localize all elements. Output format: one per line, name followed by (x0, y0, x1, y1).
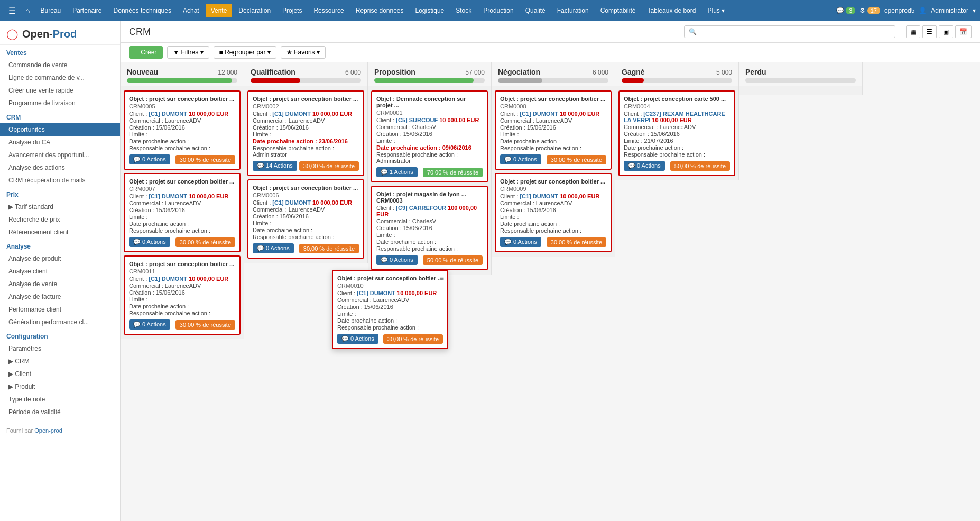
admin-dropdown-icon[interactable]: ▾ (973, 7, 976, 14)
fav-button[interactable]: ★ Favoris ▾ (281, 46, 326, 59)
sidebar-item-periode[interactable]: Période de validité (0, 406, 120, 418)
sidebar-item-analyse-produit[interactable]: Analyse de produit (0, 252, 120, 265)
kanban-card-crm0009[interactable]: Objet : projet sur conception boitier ..… (495, 173, 612, 252)
success-pct-button[interactable]: 30,00 % de réussite (175, 237, 235, 247)
tasks-badge: 17 (867, 7, 880, 14)
sidebar-item-crm-mails[interactable]: CRM récupération de mails (0, 174, 120, 187)
card-limit: Limite : (500, 131, 606, 138)
sidebar-item-analyse-vente[interactable]: Analyse de vente (0, 278, 120, 290)
nav-partenaire[interactable]: Partenaire (67, 4, 107, 17)
sidebar-item-vente-rapide[interactable]: Créer une vente rapide (0, 84, 120, 97)
success-pct-button[interactable]: 30,00 % de réussite (175, 155, 235, 164)
actions-button[interactable]: 💬 14 Actions (253, 161, 297, 171)
sidebar-item-programme[interactable]: Programme de livraison (0, 97, 120, 109)
nav-facturation[interactable]: Facturation (552, 4, 594, 17)
card-title: Objet : projet sur conception boitier ..… (253, 96, 359, 102)
nav-reprise[interactable]: Reprise données (350, 4, 409, 17)
search-input[interactable] (699, 28, 891, 35)
filter-button[interactable]: ▼ Filtres ▾ (167, 46, 209, 59)
kanban-card-crm0011[interactable]: Objet : projet sur conception boitier ..… (124, 255, 241, 335)
sidebar-item-parametres[interactable]: Paramètres (0, 342, 120, 355)
sidebar-item-type-note[interactable]: Type de note (0, 393, 120, 406)
sidebar-item-opportunites[interactable]: Opportunités (0, 123, 120, 136)
actions-button[interactable]: 💬 0 Actions (500, 154, 541, 164)
nav-stock[interactable]: Stock (450, 4, 477, 17)
sidebar-item-analyse-ca[interactable]: Analyse du CA (0, 136, 120, 149)
messages-icon[interactable]: 💬 3 (836, 7, 855, 14)
sidebar-item-performance-client[interactable]: Performance client (0, 303, 120, 316)
actions-button[interactable]: 💬 0 Actions (376, 255, 418, 265)
actions-button[interactable]: 💬 0 Actions (129, 154, 170, 164)
success-pct-button[interactable]: 30,00 % de réussite (299, 161, 359, 171)
floating-card-crm0010[interactable]: ≡ Objet : projet sur conception boitier … (332, 270, 448, 349)
sidebar-item-generation-perf[interactable]: Génération performance cl... (0, 316, 120, 328)
list-view-button[interactable]: ☰ (922, 25, 937, 38)
kanban-card-crm0007[interactable]: Objet : projet sur conception boitier ..… (124, 173, 241, 252)
sidebar-item-ligne[interactable]: Ligne de commande de v... (0, 71, 120, 84)
kanban-card-crm0006[interactable]: Objet : projet sur conception boitier ..… (247, 179, 364, 259)
nav-bureau[interactable]: Bureau (35, 4, 66, 17)
create-button[interactable]: + Créer (129, 46, 163, 59)
nav-production[interactable]: Production (478, 4, 519, 17)
actions-button[interactable]: 💬 0 Actions (624, 161, 665, 171)
success-pct-button[interactable]: 30,00 % de réussite (383, 334, 443, 344)
actions-button[interactable]: 💬 0 Actions (500, 237, 541, 247)
kanban-card-crm0005[interactable]: Objet : projet sur conception boitier ..… (124, 90, 241, 170)
success-pct-button[interactable]: 30,00 % de réussite (175, 320, 235, 330)
username-label[interactable]: openprod5 (884, 7, 914, 14)
card-next-action: Date prochaine action : (253, 227, 359, 233)
sidebar-item-commande[interactable]: Commande de vente (0, 59, 120, 71)
nav-donnees[interactable]: Données techniques (108, 4, 177, 17)
calendar-view-button[interactable]: 📅 (955, 25, 972, 38)
home-icon[interactable]: ⌂ (21, 4, 34, 17)
card-creation: Création : 15/06/2016 (376, 225, 483, 231)
sidebar-item-avancement[interactable]: Avancement des opportuni... (0, 149, 120, 161)
admin-label[interactable]: Administrator (931, 7, 968, 14)
nav-ressource[interactable]: Ressource (308, 4, 349, 17)
success-pct-button[interactable]: 30,00 % de réussite (547, 155, 606, 164)
sidebar-item-client-config[interactable]: ▶ Client (0, 368, 120, 380)
kanban-card-crm0004[interactable]: Objet : projet conception carte 500 ... … (618, 90, 735, 176)
sidebar-item-referencement[interactable]: Référencement client (0, 226, 120, 239)
tasks-icon[interactable]: ⚙ 17 (859, 7, 880, 14)
kanban-card-crm0008[interactable]: Objet : projet sur conception boitier ..… (495, 90, 612, 170)
sidebar-item-analyse-client[interactable]: Analyse client (0, 265, 120, 278)
sidebar-item-analyse-facture[interactable]: Analyse de facture (0, 290, 120, 303)
kanban-view-button[interactable]: ▦ (906, 25, 920, 38)
actions-button[interactable]: 💬 0 Actions (253, 243, 294, 253)
success-pct-button[interactable]: 50,00 % de réussite (423, 255, 483, 265)
actions-button[interactable]: 💬 0 Actions (129, 319, 170, 330)
nav-declaration[interactable]: Déclaration (233, 4, 276, 17)
nav-vente[interactable]: Vente (206, 4, 233, 17)
kanban-card-crm0001[interactable]: Objet : Demnade conception sur projet ..… (371, 90, 488, 182)
nav-logistique[interactable]: Logistique (410, 4, 450, 17)
nav-projets[interactable]: Projets (277, 4, 307, 17)
actions-button[interactable]: 💬 0 Actions (337, 334, 378, 344)
nav-plus[interactable]: Plus ▾ (702, 4, 730, 17)
kanban-card-crm0002[interactable]: Objet : projet sur conception boitier ..… (247, 90, 364, 176)
nav-comptabilite[interactable]: Comptabilité (595, 4, 641, 17)
sidebar-item-analyse-actions[interactable]: Analyse des actions (0, 161, 120, 174)
kanban-card-crm0003[interactable]: Objet : projet magasin de lyon ... CRM00… (371, 186, 488, 270)
success-pct-button[interactable]: 30,00 % de réussite (547, 237, 606, 247)
hamburger-icon[interactable]: ☰ (4, 4, 20, 18)
sidebar-item-tarif[interactable]: ▶ Tarif standard (0, 200, 120, 213)
success-pct-button[interactable]: 70,00 % de réussite (423, 168, 483, 177)
nav-tableaux[interactable]: Tableaux de bord (642, 4, 701, 17)
logo-text: Open-Prod (22, 28, 77, 40)
form-view-button[interactable]: ▣ (939, 25, 953, 38)
actions-button[interactable]: 💬 0 Actions (129, 237, 170, 247)
openprod-link[interactable]: Open-prod (34, 427, 62, 434)
card-menu-icon[interactable]: ≡ (440, 274, 444, 282)
success-pct-button[interactable]: 30,00 % de réussite (299, 244, 359, 253)
card-creation: Création : 15/06/2016 (337, 304, 443, 310)
search-box[interactable]: 🔍 (684, 25, 895, 38)
nav-qualite[interactable]: Qualité (520, 4, 551, 17)
group-button[interactable]: ■ Regrouper par ▾ (214, 46, 276, 59)
nav-achat[interactable]: Achat (178, 4, 205, 17)
sidebar-item-recherche-prix[interactable]: Recherche de prix (0, 213, 120, 226)
sidebar-item-produit-config[interactable]: ▶ Produit (0, 380, 120, 393)
success-pct-button[interactable]: 50,00 % de réussite (670, 161, 730, 171)
sidebar-item-crm-config[interactable]: ▶ CRM (0, 355, 120, 368)
actions-button[interactable]: 💬 1 Actions (376, 167, 418, 177)
